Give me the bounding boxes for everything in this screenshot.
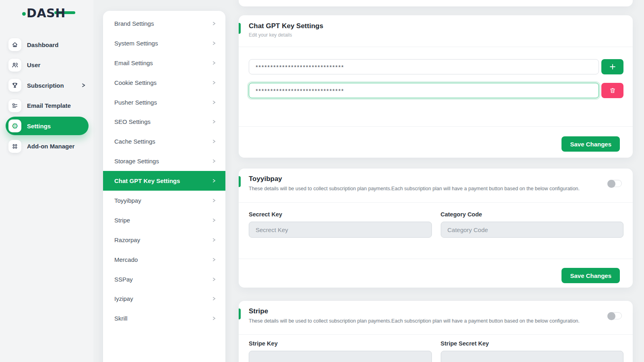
key-row [249, 83, 623, 98]
main-content: Chat GPT Key Settings Edit your key deta… [239, 0, 633, 362]
card-body [239, 47, 633, 126]
settings-nav-item-sspay[interactable]: SSPay [103, 269, 225, 289]
chevron-right-icon [211, 296, 217, 301]
settings-nav-item-pusher[interactable]: Pusher Settings [103, 93, 225, 112]
settings-nav-item-storage[interactable]: Storage Settings [103, 151, 225, 171]
accent-bar [239, 309, 241, 319]
trash-icon [609, 87, 616, 94]
chevron-right-icon [211, 119, 217, 124]
card-header: Stripe These details will be used to col… [239, 301, 633, 335]
field-label: Stripe Secret Key [441, 340, 624, 347]
card-subtitle: Edit your key details [249, 32, 623, 38]
sidebar-item-label: Add-on Manager [27, 143, 74, 150]
stripe-toggle[interactable] [607, 312, 622, 319]
chatgpt-key-input-2[interactable] [249, 83, 599, 98]
template-icon [8, 99, 21, 112]
sidebar-item-email-template[interactable]: Email Template [0, 96, 93, 116]
settings-nav-item-cache[interactable]: Cache Settings [103, 132, 225, 151]
accent-bar [239, 176, 241, 187]
settings-nav-item-email[interactable]: Email Settings [103, 53, 225, 73]
chevron-right-icon [211, 80, 217, 85]
category-code-input[interactable] [441, 222, 624, 238]
sidebar-item-label: User [27, 62, 40, 68]
chevron-right-icon [80, 82, 86, 88]
sidebar-item-settings[interactable]: ⚙ Settings [6, 117, 89, 135]
settings-nav-item-skrill[interactable]: Skrill [103, 309, 225, 328]
sidebar-item-user[interactable]: User [0, 55, 93, 76]
card-header: Chat GPT Key Settings Edit your key deta… [239, 15, 633, 47]
logo-dot-icon [22, 12, 26, 16]
toggle-knob [607, 180, 615, 188]
sidebar-item-subscription[interactable]: Subscription [0, 75, 93, 96]
field: Category Code [441, 211, 624, 259]
settings-nav-item-cookie[interactable]: Cookie Settings [103, 73, 225, 93]
chevron-right-icon [211, 21, 217, 26]
save-changes-button[interactable]: Save Changes [561, 268, 620, 283]
settings-nav-panel: Brand Settings System Settings Email Set… [103, 11, 225, 362]
plus-icon [609, 63, 617, 71]
card-title: Chat GPT Key Settings [249, 22, 623, 30]
previous-card-partial [239, 0, 633, 6]
app-root: DASH Dashboard User [0, 0, 644, 362]
chevron-right-icon [211, 100, 217, 105]
field: Stripe Secret Key [441, 340, 624, 362]
save-changes-button[interactable]: Save Changes [561, 136, 620, 152]
field-label: Secrect Key [249, 211, 432, 218]
sidebar-item-dashboard[interactable]: Dashboard [0, 35, 93, 55]
chatgpt-key-input-1[interactable] [249, 59, 599, 74]
card-description: These details will be used to collect su… [249, 318, 623, 324]
users-icon [8, 59, 21, 72]
chevron-right-icon [211, 60, 217, 66]
settings-nav-item-razorpay[interactable]: Razorpay [103, 230, 225, 250]
settings-nav-item-system[interactable]: System Settings [103, 33, 225, 53]
chevron-right-icon [211, 178, 217, 183]
settings-nav-item-seo[interactable]: SEO Settings [103, 112, 225, 132]
key-row [249, 59, 623, 74]
card-body: Stripe Key Stripe Secret Key [239, 335, 633, 362]
toyyibpay-toggle[interactable] [607, 180, 622, 187]
chatgpt-key-settings-card: Chat GPT Key Settings Edit your key deta… [239, 15, 633, 158]
chevron-right-icon [211, 237, 217, 243]
settings-nav-item-chatgpt[interactable]: Chat GPT Key Settings [103, 171, 225, 191]
delete-key-button[interactable] [601, 83, 623, 98]
chevron-right-icon [211, 41, 217, 46]
accent-bar [239, 23, 241, 34]
chevron-right-icon [211, 218, 217, 223]
grid-icon [8, 140, 21, 153]
logo-text: DASH [27, 6, 66, 21]
card-footer: Save Changes [239, 259, 633, 283]
stripe-secret-key-input[interactable] [441, 351, 624, 362]
sidebar-item-label: Dashboard [27, 41, 58, 48]
card-title: Toyyibpay [249, 175, 623, 183]
sidebar: DASH Dashboard User [0, 0, 93, 362]
settings-nav-item-stripe[interactable]: Stripe [103, 210, 225, 230]
settings-nav-item-toyyibpay[interactable]: Toyyibpay [103, 191, 225, 210]
chevron-right-icon [211, 316, 217, 321]
field-label: Category Code [441, 211, 624, 218]
card-body: Secrect Key Category Code [239, 203, 633, 259]
add-key-button[interactable] [601, 59, 623, 74]
app-logo[interactable]: DASH [22, 6, 74, 22]
trophy-icon [8, 79, 21, 92]
home-icon [8, 38, 21, 51]
card-header: Toyyibpay These details will be used to … [239, 169, 633, 203]
settings-nav-item-iyzipay[interactable]: Iyzipay [103, 289, 225, 309]
card-footer: Save Changes [239, 126, 633, 152]
chevron-right-icon [211, 158, 217, 164]
chevron-right-icon [211, 277, 217, 282]
toggle-knob [607, 312, 615, 320]
stripe-key-input[interactable] [249, 351, 432, 362]
settings-nav-item-brand[interactable]: Brand Settings [103, 14, 225, 33]
chevron-right-icon [211, 257, 217, 262]
chevron-right-icon [211, 198, 217, 203]
field-label: Stripe Key [249, 340, 432, 347]
sidebar-item-label: Subscription [27, 82, 64, 89]
secret-key-input[interactable] [249, 222, 432, 238]
field: Stripe Key [249, 340, 432, 362]
sidebar-item-label: Settings [27, 123, 51, 130]
settings-nav-item-mercado[interactable]: Mercado [103, 250, 225, 269]
sidebar-item-addon-manager[interactable]: Add-on Manager [0, 136, 93, 157]
gear-icon: ⚙ [8, 119, 21, 132]
field: Secrect Key [249, 211, 432, 259]
sidebar-nav: Dashboard User [0, 35, 93, 156]
